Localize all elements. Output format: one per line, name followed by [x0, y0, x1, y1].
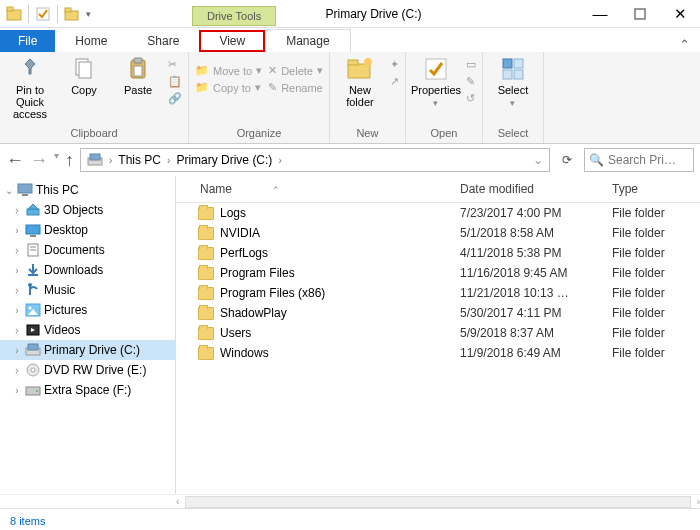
- expand-icon[interactable]: ›: [12, 225, 22, 236]
- tree-item[interactable]: › Desktop: [0, 220, 175, 240]
- move-to-button[interactable]: 📁Move to▾: [195, 64, 262, 77]
- svg-marker-24: [28, 204, 38, 209]
- group-label-select: Select: [489, 125, 537, 143]
- svg-rect-22: [22, 194, 28, 196]
- open-button[interactable]: ▭: [466, 58, 476, 71]
- svg-rect-18: [514, 70, 523, 79]
- tree-this-pc[interactable]: ⌄ This PC: [0, 180, 175, 200]
- tree-item[interactable]: › Music: [0, 280, 175, 300]
- history-button[interactable]: ↺: [466, 92, 476, 105]
- file-type: File folder: [612, 346, 700, 360]
- breadcrumb-drive[interactable]: Primary Drive (C:): [176, 153, 272, 167]
- svg-point-31: [28, 283, 32, 287]
- group-label-organize: Organize: [195, 125, 323, 143]
- search-input[interactable]: 🔍 Search Pri…: [584, 148, 694, 172]
- horizontal-scrollbar[interactable]: ‹›: [0, 494, 700, 508]
- newitem-icon: ✦: [390, 58, 399, 71]
- folder-icon: [198, 267, 214, 280]
- select-icon: [500, 56, 526, 82]
- tab-home[interactable]: Home: [55, 30, 127, 52]
- folder-icon: [198, 307, 214, 320]
- qat-newfolder-icon[interactable]: [64, 6, 80, 22]
- file-type: File folder: [612, 326, 700, 340]
- expand-icon[interactable]: ›: [12, 265, 22, 276]
- edit-button[interactable]: ✎: [466, 75, 476, 88]
- file-name: PerfLogs: [220, 246, 268, 260]
- file-row[interactable]: Program Files 11/16/2018 9:45 AM File fo…: [176, 263, 700, 283]
- expand-icon[interactable]: ›: [12, 325, 22, 336]
- chevron-down-icon: ▾: [433, 98, 438, 108]
- expand-icon[interactable]: ›: [12, 285, 22, 296]
- tree-item[interactable]: › DVD RW Drive (E:): [0, 360, 175, 380]
- copy-to-button[interactable]: 📁Copy to▾: [195, 81, 262, 94]
- address-dropdown-icon[interactable]: ⌄: [533, 153, 543, 167]
- file-row[interactable]: PerfLogs 4/11/2018 5:38 PM File folder: [176, 243, 700, 263]
- file-date: 11/21/2018 10:13 …: [460, 286, 612, 300]
- file-date: 11/16/2018 9:45 AM: [460, 266, 612, 280]
- expand-icon[interactable]: ›: [12, 385, 22, 396]
- copy-path-button[interactable]: 📋: [168, 75, 182, 88]
- newfolder-icon: [346, 56, 374, 82]
- close-button[interactable]: ✕: [660, 0, 700, 28]
- expand-icon[interactable]: ›: [12, 245, 22, 256]
- copy-button[interactable]: Copy: [60, 56, 108, 96]
- breadcrumb[interactable]: › This PC › Primary Drive (C:) › ⌄: [80, 148, 550, 172]
- new-item-button[interactable]: ✦: [390, 58, 399, 71]
- recent-dropdown[interactable]: ▾: [54, 150, 59, 171]
- up-button[interactable]: ↑: [65, 150, 74, 171]
- tab-file[interactable]: File: [0, 30, 55, 52]
- navigation-tree[interactable]: ⌄ This PC › 3D Objects › Desktop › Docum…: [0, 176, 176, 494]
- col-date[interactable]: Date modified: [460, 182, 612, 196]
- folder-icon: [198, 247, 214, 260]
- tree-item[interactable]: › Videos: [0, 320, 175, 340]
- maximize-button[interactable]: [620, 0, 660, 28]
- back-button[interactable]: ←: [6, 150, 24, 171]
- collapse-icon[interactable]: ⌄: [4, 185, 14, 196]
- file-name: Program Files: [220, 266, 295, 280]
- tree-item[interactable]: › 3D Objects: [0, 200, 175, 220]
- file-row[interactable]: Windows 11/9/2018 6:49 AM File folder: [176, 343, 700, 363]
- tab-share[interactable]: Share: [127, 30, 199, 52]
- select-button[interactable]: Select ▾: [489, 56, 537, 108]
- col-name[interactable]: Name: [200, 182, 232, 196]
- breadcrumb-thispc[interactable]: This PC: [118, 153, 161, 167]
- column-headers[interactable]: Name⌃ Date modified Type: [176, 176, 700, 203]
- file-row[interactable]: Users 5/9/2018 8:37 AM File folder: [176, 323, 700, 343]
- file-row[interactable]: Logs 7/23/2017 4:00 PM File folder: [176, 203, 700, 223]
- file-row[interactable]: Program Files (x86) 11/21/2018 10:13 … F…: [176, 283, 700, 303]
- collapse-ribbon-icon[interactable]: ⌃: [669, 37, 700, 52]
- tree-item[interactable]: › Pictures: [0, 300, 175, 320]
- qat-dropdown-icon[interactable]: ▾: [86, 9, 91, 19]
- explorer-icon: [6, 6, 22, 22]
- expand-icon[interactable]: ›: [12, 345, 22, 356]
- cut-button[interactable]: ✂: [168, 58, 182, 71]
- paste-button[interactable]: Paste: [114, 56, 162, 96]
- col-type[interactable]: Type: [612, 182, 700, 196]
- paste-shortcut-button[interactable]: 🔗: [168, 92, 182, 105]
- expand-icon[interactable]: ›: [12, 205, 22, 216]
- delete-button[interactable]: ✕Delete▾: [268, 64, 323, 77]
- pin-to-quick-access-button[interactable]: Pin to Quick access: [6, 56, 54, 120]
- forward-button[interactable]: →: [30, 150, 48, 171]
- tree-item[interactable]: › Documents: [0, 240, 175, 260]
- file-list[interactable]: Name⌃ Date modified Type Logs 7/23/2017 …: [176, 176, 700, 494]
- tree-item[interactable]: › Downloads: [0, 260, 175, 280]
- tab-view[interactable]: View: [199, 30, 265, 52]
- tab-manage[interactable]: Manage: [265, 29, 350, 52]
- tree-item[interactable]: › Primary Drive (C:): [0, 340, 175, 360]
- properties-button[interactable]: Properties ▾: [412, 56, 460, 108]
- file-row[interactable]: NVIDIA 5/1/2018 8:58 AM File folder: [176, 223, 700, 243]
- easy-access-button[interactable]: ↗: [390, 75, 399, 88]
- rename-button[interactable]: ✎Rename: [268, 81, 323, 94]
- svg-point-33: [29, 307, 32, 310]
- file-date: 4/11/2018 5:38 PM: [460, 246, 612, 260]
- qat-properties-icon[interactable]: [35, 6, 51, 22]
- minimize-button[interactable]: —: [580, 0, 620, 28]
- expand-icon[interactable]: ›: [12, 305, 22, 316]
- tree-item[interactable]: › Extra Space (F:): [0, 380, 175, 400]
- refresh-button[interactable]: ⟳: [556, 153, 578, 167]
- file-row[interactable]: ShadowPlay 5/30/2017 4:11 PM File folder: [176, 303, 700, 323]
- chevron-right-icon: ›: [167, 155, 170, 166]
- new-folder-button[interactable]: New folder: [336, 56, 384, 108]
- expand-icon[interactable]: ›: [12, 365, 22, 376]
